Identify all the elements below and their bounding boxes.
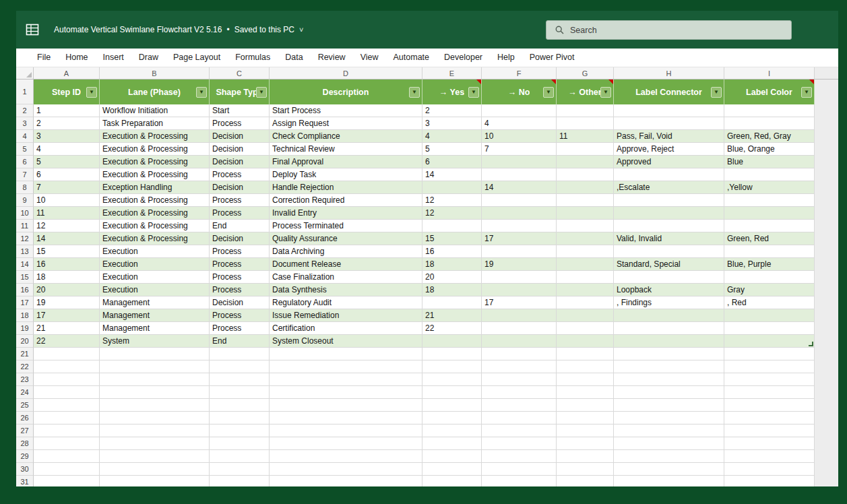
cell-A20[interactable]: 22 xyxy=(34,335,100,348)
cell-C28[interactable] xyxy=(210,437,270,450)
cell-F12[interactable]: 17 xyxy=(482,232,557,245)
cell-G18[interactable] xyxy=(557,309,614,322)
menu-tab-home[interactable]: Home xyxy=(58,49,95,67)
cell-A23[interactable] xyxy=(34,373,100,386)
cell-D28[interactable] xyxy=(270,437,422,450)
cell-B17[interactable]: Management xyxy=(100,296,210,309)
menu-tab-developer[interactable]: Developer xyxy=(437,49,490,67)
cell-H9[interactable] xyxy=(614,194,724,207)
cell-H5[interactable]: Approve, Reject xyxy=(614,143,724,156)
cell-E31[interactable] xyxy=(422,476,482,486)
cell-A29[interactable] xyxy=(34,450,100,463)
cell-E3[interactable]: 3 xyxy=(422,117,482,130)
cell-H19[interactable] xyxy=(614,322,724,335)
cell-E23[interactable] xyxy=(422,373,482,386)
cell-H30[interactable] xyxy=(614,463,724,476)
table-header-b1[interactable]: Lane (Phase)▼ xyxy=(100,80,210,104)
cell-B11[interactable]: Execution & Processing xyxy=(100,220,210,232)
cell-I11[interactable] xyxy=(724,220,815,232)
cell-H11[interactable] xyxy=(614,220,724,232)
cell-F8[interactable]: 14 xyxy=(482,181,557,194)
filter-dropdown-icon[interactable]: ▼ xyxy=(711,87,722,98)
cell-G12[interactable] xyxy=(557,232,614,245)
cell-E5[interactable]: 5 xyxy=(422,143,482,156)
cell-E24[interactable] xyxy=(422,386,482,399)
cell-I27[interactable] xyxy=(724,424,815,437)
filter-dropdown-icon[interactable]: ▼ xyxy=(801,87,812,98)
cell-F6[interactable] xyxy=(482,156,557,168)
cell-C24[interactable] xyxy=(210,386,270,399)
cell-A4[interactable]: 3 xyxy=(34,130,100,143)
cell-B15[interactable]: Execution xyxy=(100,271,210,284)
cell-I4[interactable]: Green, Red, Gray xyxy=(724,130,815,143)
cell-D11[interactable]: Process Terminated xyxy=(270,220,422,232)
cell-E15[interactable]: 20 xyxy=(422,271,482,284)
cell-B14[interactable]: Execution xyxy=(100,258,210,271)
cell-A30[interactable] xyxy=(34,463,100,476)
cell-E9[interactable]: 12 xyxy=(422,194,482,207)
row-header-25[interactable]: 25 xyxy=(16,399,34,412)
cell-A18[interactable]: 17 xyxy=(34,309,100,322)
cell-H20[interactable] xyxy=(614,335,724,348)
cell-F21[interactable] xyxy=(482,348,557,360)
cell-G7[interactable] xyxy=(557,168,614,181)
cell-A2[interactable]: 1 xyxy=(34,104,100,117)
cell-I3[interactable] xyxy=(724,117,815,130)
cell-B16[interactable]: Execution xyxy=(100,284,210,296)
cell-B13[interactable]: Execution xyxy=(100,245,210,258)
cell-A3[interactable]: 2 xyxy=(34,117,100,130)
cell-H6[interactable]: Approved xyxy=(614,156,724,168)
cell-C27[interactable] xyxy=(210,424,270,437)
cell-A19[interactable]: 21 xyxy=(34,322,100,335)
cell-C8[interactable]: Decision xyxy=(210,181,270,194)
cell-B6[interactable]: Execution & Processing xyxy=(100,156,210,168)
row-header-11[interactable]: 11 xyxy=(16,220,34,232)
cell-H16[interactable]: Loopback xyxy=(614,284,724,296)
cell-C13[interactable]: Process xyxy=(210,245,270,258)
cell-B31[interactable] xyxy=(100,476,210,486)
cell-E22[interactable] xyxy=(422,360,482,373)
cell-E12[interactable]: 15 xyxy=(422,232,482,245)
cell-H10[interactable] xyxy=(614,207,724,220)
cell-C11[interactable]: End xyxy=(210,220,270,232)
cell-F25[interactable] xyxy=(482,399,557,412)
cell-C18[interactable]: Process xyxy=(210,309,270,322)
cell-E19[interactable]: 22 xyxy=(422,322,482,335)
row-header-19[interactable]: 19 xyxy=(16,322,34,335)
cell-F7[interactable] xyxy=(482,168,557,181)
cell-G25[interactable] xyxy=(557,399,614,412)
cell-G30[interactable] xyxy=(557,463,614,476)
cell-G19[interactable] xyxy=(557,322,614,335)
cell-F14[interactable]: 19 xyxy=(482,258,557,271)
table-header-a1[interactable]: Step ID▼ xyxy=(34,80,100,104)
row-header-22[interactable]: 22 xyxy=(16,360,34,373)
cell-H29[interactable] xyxy=(614,450,724,463)
cell-B28[interactable] xyxy=(100,437,210,450)
table-header-c1[interactable]: Shape Type▼ xyxy=(210,80,270,104)
cell-E29[interactable] xyxy=(422,450,482,463)
cell-C31[interactable] xyxy=(210,476,270,486)
cell-G23[interactable] xyxy=(557,373,614,386)
cell-G20[interactable] xyxy=(557,335,614,348)
cell-C25[interactable] xyxy=(210,399,270,412)
row-header-3[interactable]: 3 xyxy=(16,117,34,130)
cell-A11[interactable]: 12 xyxy=(34,220,100,232)
cell-C2[interactable]: Start xyxy=(210,104,270,117)
cell-G31[interactable] xyxy=(557,476,614,486)
cell-E17[interactable] xyxy=(422,296,482,309)
cell-D30[interactable] xyxy=(270,463,422,476)
cell-F15[interactable] xyxy=(482,271,557,284)
cell-D19[interactable]: Certification xyxy=(270,322,422,335)
table-header-d1[interactable]: Description▼ xyxy=(270,80,422,104)
cell-B22[interactable] xyxy=(100,360,210,373)
table-header-h1[interactable]: Label Connector▼ xyxy=(614,80,724,104)
cell-A9[interactable]: 10 xyxy=(34,194,100,207)
cell-B10[interactable]: Execution & Processing xyxy=(100,207,210,220)
cell-B12[interactable]: Execution & Processing xyxy=(100,232,210,245)
cell-F24[interactable] xyxy=(482,386,557,399)
cell-C26[interactable] xyxy=(210,412,270,424)
cell-E7[interactable]: 14 xyxy=(422,168,482,181)
cell-A7[interactable]: 6 xyxy=(34,168,100,181)
cell-F11[interactable] xyxy=(482,220,557,232)
cell-E30[interactable] xyxy=(422,463,482,476)
